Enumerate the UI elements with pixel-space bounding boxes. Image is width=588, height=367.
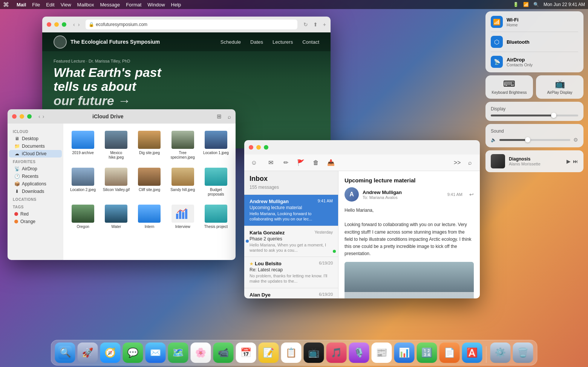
browser-maximize-button[interactable] bbox=[62, 22, 66, 27]
dock-notes[interactable]: 📝 bbox=[259, 343, 279, 363]
mail-flag-button[interactable]: 🚩 bbox=[296, 158, 306, 168]
dock-podcasts[interactable]: 🎙️ bbox=[349, 343, 369, 363]
sound-settings-icon[interactable]: ⚙ bbox=[573, 137, 578, 143]
finder-maximize-button[interactable] bbox=[27, 114, 32, 119]
skip-button[interactable]: ⏭ bbox=[573, 158, 578, 164]
sidebar-tag-orange[interactable]: Orange bbox=[9, 218, 62, 225]
mail-edit-button[interactable]: ✏ bbox=[280, 158, 291, 168]
search-icon[interactable]: 🔍 bbox=[533, 2, 539, 7]
mail-maximize-button[interactable] bbox=[264, 145, 268, 150]
file-2019-archive[interactable]: 2019 archive bbox=[68, 128, 98, 162]
file-silicon-valley[interactable]: Silicon Valley.gif bbox=[101, 165, 131, 199]
dock-news[interactable]: 📰 bbox=[372, 343, 392, 363]
menu-view[interactable]: View bbox=[61, 2, 71, 8]
display-knob[interactable] bbox=[551, 113, 556, 118]
menu-mailbox[interactable]: Mailbox bbox=[77, 2, 94, 8]
nav-contact[interactable]: Contact bbox=[302, 39, 319, 45]
file-budget[interactable]: Budget proposals bbox=[201, 165, 231, 199]
file-mexico-hike[interactable]: Mexico hike.jpeg bbox=[101, 128, 131, 162]
mail-item-1[interactable]: Karla Gonzalez Yesterday Phase 2 queries… bbox=[244, 226, 338, 257]
sidebar-item-icloud[interactable]: ☁ iCloud Drive bbox=[9, 150, 62, 158]
menu-message[interactable]: Message bbox=[100, 2, 120, 8]
browser-minimize-button[interactable] bbox=[54, 22, 59, 27]
sidebar-item-desktop[interactable]: 🖥 Desktop bbox=[9, 135, 62, 142]
file-tree-specimen[interactable]: Tree specimen.jpeg bbox=[168, 128, 198, 162]
back-button[interactable]: ‹ bbox=[73, 21, 75, 28]
apple-menu[interactable]: ⌘ bbox=[3, 1, 9, 8]
sidebar-item-documents[interactable]: 📁 Documents bbox=[9, 142, 62, 150]
file-oregon[interactable]: Oregon bbox=[68, 202, 98, 231]
cc-bluetooth-row[interactable]: ⬡ Bluetooth bbox=[491, 32, 578, 52]
dock-pages[interactable]: 📄 bbox=[439, 343, 460, 363]
mail-close-button[interactable] bbox=[249, 145, 253, 150]
finder-back[interactable]: ‹ bbox=[38, 113, 40, 119]
file-cliff-site[interactable]: Cliff site.jpeg bbox=[134, 165, 164, 199]
finder-close-button[interactable] bbox=[12, 114, 17, 119]
nav-dates[interactable]: Dates bbox=[250, 39, 263, 45]
cc-airplay-card[interactable]: 📺 AirPlay Display bbox=[536, 75, 583, 99]
sound-slider[interactable] bbox=[499, 139, 570, 141]
menu-help[interactable]: Help bbox=[171, 2, 181, 8]
forward-button[interactable]: › bbox=[78, 21, 80, 28]
dock-trash[interactable]: 🗑️ bbox=[513, 343, 533, 363]
file-location1[interactable]: Location 1.jpeg bbox=[201, 128, 231, 162]
dock-reminders[interactable]: 📋 bbox=[281, 343, 302, 363]
menu-edit[interactable]: Edit bbox=[46, 2, 54, 8]
nav-schedule[interactable]: Schedule bbox=[220, 39, 241, 45]
mail-move-button[interactable]: 📥 bbox=[326, 158, 336, 168]
nav-lecturers[interactable]: Lecturers bbox=[273, 39, 293, 45]
menu-format[interactable]: Format bbox=[126, 2, 141, 8]
finder-search-button[interactable]: ⌕ bbox=[228, 113, 231, 120]
mail-delete-button[interactable]: 🗑 bbox=[311, 158, 321, 168]
mail-minimize-button[interactable] bbox=[256, 145, 261, 150]
mail-more-button[interactable]: >> bbox=[452, 158, 462, 168]
reply-icon[interactable]: ↩ bbox=[469, 191, 474, 197]
cc-airdrop-row[interactable]: 📡 AirDrop Contacts Only bbox=[491, 52, 578, 68]
mail-archive-button[interactable]: ☺ bbox=[249, 158, 259, 168]
wifi-icon[interactable]: 📶 bbox=[523, 2, 529, 7]
menu-window[interactable]: Window bbox=[147, 2, 165, 8]
dock-appletv[interactable]: 📺 bbox=[304, 343, 324, 363]
dock-finder[interactable]: 🔍 bbox=[55, 343, 75, 363]
play-button[interactable]: ▶ bbox=[567, 158, 571, 164]
file-dig-site[interactable]: Dig site.jpeg bbox=[134, 128, 164, 162]
dock-photos[interactable]: 🌸 bbox=[191, 343, 211, 363]
dock-appstore[interactable]: 🅰️ bbox=[462, 343, 482, 363]
sidebar-tag-red[interactable]: Red bbox=[9, 210, 62, 218]
share-icon[interactable]: ⬆ bbox=[313, 21, 318, 28]
dock-facetime[interactable]: 📹 bbox=[213, 343, 234, 363]
cc-keyboard-card[interactable]: ⌨ Keyboard Brightness bbox=[485, 75, 533, 99]
finder-view-options[interactable]: ⊞ bbox=[217, 113, 222, 120]
sound-knob[interactable] bbox=[525, 137, 530, 142]
dock-numbers[interactable]: 🔢 bbox=[417, 343, 437, 363]
mail-item-3[interactable]: Alan Dye 6/19/20 Re: Field survey result… bbox=[244, 288, 338, 298]
dock-maps[interactable]: 🗺️ bbox=[168, 343, 188, 363]
finder-minimize-button[interactable] bbox=[20, 114, 24, 119]
file-sandy-hill[interactable]: Sandy hill.jpeg bbox=[168, 165, 198, 199]
dock-mail[interactable]: ✉️ bbox=[145, 343, 166, 363]
mail-item-0[interactable]: Andrew Mulligan 9:41 AM Upcoming lecture… bbox=[244, 195, 338, 226]
dock-sysprefs[interactable]: ⚙️ bbox=[490, 343, 511, 363]
dock-keynote[interactable]: 📊 bbox=[394, 343, 415, 363]
dock-safari[interactable]: 🧭 bbox=[100, 343, 121, 363]
file-interview[interactable]: Interview bbox=[168, 202, 198, 231]
dock-music[interactable]: 🎵 bbox=[326, 343, 347, 363]
dock-messages[interactable]: 💬 bbox=[123, 343, 143, 363]
address-bar[interactable]: 🔒 ecofuturesymposium.com bbox=[86, 20, 297, 29]
file-location2[interactable]: Location 2.jpeg bbox=[68, 165, 98, 199]
file-water[interactable]: Water bbox=[101, 202, 131, 231]
sidebar-item-downloads[interactable]: ⬇ Downloads bbox=[9, 188, 62, 195]
refresh-icon[interactable]: ↻ bbox=[303, 21, 308, 28]
file-thesis[interactable]: Thesis project bbox=[201, 202, 231, 231]
sidebar-item-airdrop[interactable]: 📡 AirDrop bbox=[9, 165, 62, 173]
mail-search-button[interactable]: ⌕ bbox=[465, 158, 475, 168]
file-intern[interactable]: Intern bbox=[134, 202, 164, 231]
dock-calendar[interactable]: 📅 bbox=[236, 343, 256, 363]
finder-forward[interactable]: › bbox=[43, 113, 44, 119]
sidebar-item-recents[interactable]: 🕐 Recents bbox=[9, 173, 62, 180]
dock-launchpad[interactable]: 🚀 bbox=[78, 343, 98, 363]
app-name[interactable]: Mail bbox=[17, 2, 26, 8]
display-slider[interactable] bbox=[491, 115, 578, 116]
add-tab-icon[interactable]: + bbox=[323, 21, 326, 28]
browser-close-button[interactable] bbox=[47, 22, 51, 27]
